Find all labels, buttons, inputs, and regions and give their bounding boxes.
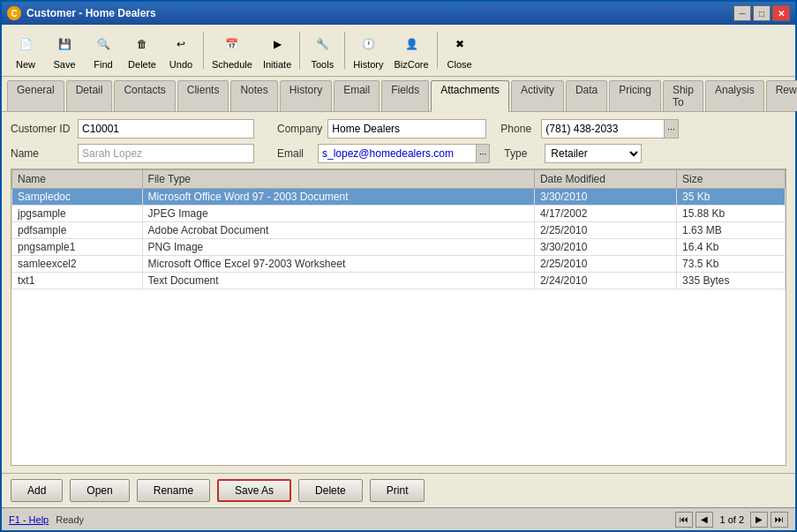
table-row[interactable]: pdfsampleAdobe Acrobat Document2/25/2010… [12,222,786,239]
print-button[interactable]: Print [370,479,425,502]
tab-general[interactable]: General [7,80,64,111]
initiate-label: Initiate [263,59,291,70]
status-bar: F1 - Help Ready ⏮ ◀ 1 of 2 ▶ ⏭ [2,507,795,530]
schedule-button[interactable]: 📅 Schedule [207,28,257,72]
new-label: New [16,59,35,70]
col-header-name: Name [12,170,143,189]
minimize-button[interactable]: ─ [733,5,751,21]
tools-icon: 🔧 [308,31,336,57]
navigation-controls: ⏮ ◀ 1 of 2 ▶ ⏭ [675,512,788,528]
type-field-container: Retailer [545,144,642,163]
tools-button[interactable]: 🔧 Tools [304,28,341,72]
tab-contacts[interactable]: Contacts [114,80,175,111]
table-row[interactable]: pngsample1PNG Image3/30/201016.4 Kb [12,239,786,256]
attachments-table-container: Name File Type Date Modified Size Sample… [11,169,786,466]
table-row[interactable]: samleexcel2Microsoft Office Excel 97-200… [12,256,786,273]
phone-label: Phone [492,123,536,135]
save-button[interactable]: 💾 Save [46,28,83,72]
company-input[interactable] [327,119,486,139]
status-ready: Ready [56,514,84,525]
toolbar-sep-1 [203,32,204,69]
undo-icon: ↩ [167,31,195,57]
undo-button[interactable]: ↩ Undo [162,28,199,72]
save-icon: 💾 [50,31,79,57]
phone-suffix-btn[interactable]: ··· [665,119,678,139]
tab-detail[interactable]: Detail [66,80,113,111]
initiate-button[interactable]: ▶ Initiate [259,28,296,72]
initiate-icon: ▶ [263,31,291,57]
window-title: Customer - Home Dealers [26,7,733,19]
tab-pricing[interactable]: Pricing [609,80,661,111]
new-button[interactable]: 📄 New [7,28,44,72]
schedule-label: Schedule [212,59,252,70]
table-row[interactable]: SampledocMicrosoft Office Word 97 - 2003… [12,189,786,206]
schedule-icon: 📅 [218,31,246,57]
toolbar-sep-3 [344,32,345,69]
form-row-1: Customer ID Company Phone ··· [11,119,786,139]
form-row-2: Name Email ··· Type Retailer [11,144,786,163]
tab-activity[interactable]: Activity [511,80,564,111]
main-content: Customer ID Company Phone ··· Name Email… [2,112,795,473]
tab-fields[interactable]: Fields [381,80,429,111]
delete-file-button[interactable]: Delete [298,479,363,502]
email-suffix-btn[interactable]: ··· [477,144,490,163]
delete-label: Delete [128,59,156,70]
title-bar: C Customer - Home Dealers ─ □ ✕ [2,2,795,25]
name-label: Name [11,147,72,160]
save-label: Save [53,59,75,70]
email-field-container: ··· [318,144,490,163]
new-icon: 📄 [11,31,40,57]
table-row[interactable]: txt1Text Document2/24/2010335 Bytes [12,273,786,289]
help-link[interactable]: F1 - Help [9,514,49,525]
history-label: History [353,59,383,70]
table-row[interactable]: jpgsampleJPEG Image4/17/200215.88 Kb [12,206,786,222]
find-button[interactable]: 🔍 Find [85,28,122,72]
tab-clients[interactable]: Clients [177,80,229,111]
add-button[interactable]: Add [11,479,63,502]
tab-rewards[interactable]: Rewards [766,80,797,111]
tab-history[interactable]: History [280,80,332,111]
tab-analysis[interactable]: Analysis [705,80,764,111]
toolbar-sep-4 [437,32,438,69]
delete-icon: 🗑 [128,31,156,57]
find-icon: 🔍 [89,31,117,57]
toolbar: 📄 New 💾 Save 🔍 Find 🗑 Delete ↩ Undo 📅 Sc… [2,25,795,77]
tab-email[interactable]: Email [334,80,380,111]
tab-notes[interactable]: Notes [230,80,277,111]
history-icon: 🕐 [354,31,382,57]
close-button[interactable]: ✖ Close [441,28,478,72]
name-input[interactable] [78,144,254,163]
page-number: 1 of 2 [716,514,748,525]
phone-input[interactable] [541,119,665,139]
rename-button[interactable]: Rename [137,479,210,502]
tools-label: Tools [311,59,334,70]
tab-attachments[interactable]: Attachments [431,80,509,112]
company-label: Company [259,123,322,135]
type-label: Type [495,147,539,160]
first-page-button[interactable]: ⏮ [675,512,693,528]
type-select[interactable]: Retailer [545,144,642,163]
phone-field-container: ··· [541,119,678,139]
open-button[interactable]: Open [70,479,129,502]
col-header-date: Date Modified [534,170,676,189]
prev-page-button[interactable]: ◀ [695,512,713,528]
customer-id-input[interactable] [78,119,254,139]
close-window-button[interactable]: ✕ [772,5,790,21]
bottom-bar: Add Open Rename Save As Delete Print [2,473,795,507]
last-page-button[interactable]: ⏭ [771,512,788,528]
save-as-button[interactable]: Save As [217,479,291,502]
tab-data[interactable]: Data [566,80,607,111]
undo-label: Undo [169,59,192,70]
bizcore-button[interactable]: 👤 BizCore [390,28,433,72]
bizcore-label: BizCore [395,59,429,70]
close-label: Close [447,59,472,70]
close-icon: ✖ [446,31,474,57]
email-label: Email [259,147,312,160]
next-page-button[interactable]: ▶ [750,512,768,528]
email-input[interactable] [318,144,477,163]
window-controls: ─ □ ✕ [733,5,790,21]
history-button[interactable]: 🕐 History [349,28,387,72]
tab-ship-to[interactable]: Ship To [663,80,703,111]
delete-toolbar-button[interactable]: 🗑 Delete [124,28,161,72]
maximize-button[interactable]: □ [753,5,771,21]
